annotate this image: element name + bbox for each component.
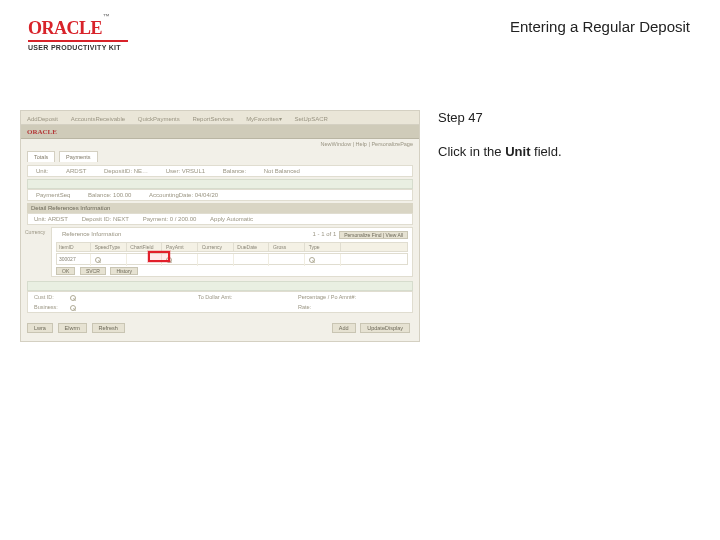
- step-instruction: Click in the Unit field.: [438, 143, 688, 161]
- shot-brandbar: ORACLE: [21, 125, 419, 139]
- cell: [307, 254, 341, 266]
- screenshot-thumbnail: AddDeposit AccountsReceivable QuickPayme…: [20, 110, 420, 342]
- page-title: Entering a Regular Deposit: [510, 18, 690, 35]
- col-hdr: SpeedType: [93, 243, 127, 251]
- btn-svcr: SVCR: [80, 267, 106, 275]
- footer-btn: Lwra: [27, 323, 53, 333]
- shot-grid-panel: Reference Information Personalize Find |…: [51, 227, 413, 277]
- shot-oracle-logo: ORACLE: [21, 125, 419, 136]
- shot-section-payment-info: [27, 179, 413, 189]
- shot-topbar: AddDeposit AccountsReceivable QuickPayme…: [21, 111, 419, 125]
- ref-label: Rate:: [298, 304, 311, 310]
- grid-personalize: Personalize Find | View All: [339, 231, 408, 239]
- col-hdr: PayAmt: [164, 243, 198, 251]
- summary-field: DepositID: NE…: [96, 166, 156, 176]
- instr-pre: Click in the: [438, 144, 505, 159]
- summary-field: Unit:: [28, 166, 56, 176]
- ref-label: Percentage / Po Amnt#:: [298, 294, 356, 300]
- topbar-item: MyFavorites▾: [240, 111, 287, 122]
- brand-tm: ™: [103, 13, 110, 20]
- brand-divider: [28, 40, 128, 42]
- summary-field: User: VRSUL1: [158, 166, 213, 176]
- footer-btn: Refresh: [92, 323, 125, 333]
- shot-ref-fields: Cust ID: Business: To Dollar Amt: Percen…: [27, 291, 413, 313]
- brand-subtitle: USER PRODUCTIVITY KIT: [28, 44, 128, 51]
- topbar-item: SetUpSACR: [288, 112, 332, 122]
- ref-label: Business:: [34, 304, 58, 310]
- summary-field: Balance:: [215, 166, 254, 176]
- cell: [271, 254, 305, 266]
- col-hdr: Type: [307, 243, 341, 251]
- grid-data-row: 300027: [56, 253, 408, 265]
- payment-field: AccountingDate: 04/04/20: [141, 190, 226, 200]
- oracle-brand: ORACLE™ USER PRODUCTIVITY KIT: [28, 18, 128, 51]
- shot-detail-fields: Unit: ARDST Deposit ID: NEXT Payment: 0 …: [27, 213, 413, 225]
- detail-field: Payment: 0 / 200.00: [137, 214, 203, 224]
- shot-util-links: NewWindow | Help | PersonalizePage: [321, 141, 413, 147]
- shot-left-label: Currency: [25, 229, 49, 239]
- topbar-item: QuickPayments: [132, 112, 185, 122]
- cell-itemid: 300027: [57, 254, 91, 266]
- cell: [93, 254, 127, 266]
- cell: [235, 254, 269, 266]
- footer-btn: Elwrm: [58, 323, 87, 333]
- step-number: Step 47: [438, 110, 688, 125]
- payment-field: Balance: 100.00: [80, 190, 139, 200]
- shot-summary-row: Unit: ARDST DepositID: NE… User: VRSUL1 …: [27, 165, 413, 177]
- instr-field-name: Unit: [505, 144, 530, 159]
- footer-btn-update: UpdateDisplay: [360, 323, 410, 333]
- col-hdr: ItemID: [57, 243, 91, 251]
- tab-payments: Payments: [59, 151, 97, 162]
- grid-toolbar: Reference Information Personalize Find |…: [56, 230, 408, 240]
- search-icon: [309, 257, 315, 263]
- summary-field: ARDST: [58, 166, 94, 176]
- col-hdr: DueDate: [235, 243, 269, 251]
- payment-field: PaymentSeq: [28, 190, 78, 200]
- grid-buttons: OK SVCR History: [56, 267, 408, 277]
- ref-label: To Dollar Amt:: [198, 294, 232, 300]
- detail-field: Apply Automatic: [204, 214, 259, 224]
- instr-post: field.: [530, 144, 561, 159]
- search-icon: [70, 305, 76, 311]
- cell: [200, 254, 234, 266]
- search-icon: [70, 295, 76, 301]
- shot-footer: Lwra Elwrm Refresh Add UpdateDisplay: [27, 323, 413, 337]
- detail-field: Deposit ID: NEXT: [76, 214, 135, 224]
- oracle-logo: ORACLE™: [28, 18, 128, 39]
- btn-ok: OK: [56, 267, 75, 275]
- col-hdr: Gross: [271, 243, 305, 251]
- shot-tabs: Totals Payments: [27, 151, 413, 163]
- search-icon: [95, 257, 101, 263]
- col-hdr: ChartField: [128, 243, 162, 251]
- grid-title: Reference Information: [56, 230, 127, 238]
- shot-detail-ref-bar: Detail References Information: [27, 203, 413, 213]
- unit-field-highlight[interactable]: [148, 251, 170, 262]
- col-hdr: Currency: [200, 243, 234, 251]
- footer-btn-add: Add: [332, 323, 356, 333]
- topbar-item: AccountsReceivable: [65, 112, 130, 122]
- topbar-item: ReportServices: [186, 112, 238, 122]
- shot-payment-fields: PaymentSeq Balance: 100.00 AccountingDat…: [27, 189, 413, 201]
- btn-history: History: [110, 267, 138, 275]
- ref-label: Cust ID:: [34, 294, 54, 300]
- detail-field: Unit: ARDST: [28, 214, 74, 224]
- grid-header-row: ItemID SpeedType ChartField PayAmt Curre…: [56, 242, 408, 252]
- topbar-item: AddDeposit: [21, 112, 63, 122]
- shot-section-ref-info: [27, 281, 413, 291]
- tab-totals: Totals: [27, 151, 55, 162]
- grid-count: 1 - 1 of 1: [310, 230, 340, 238]
- summary-field: Not Balanced: [256, 166, 308, 176]
- brand-name-text: ORACLE: [28, 18, 102, 38]
